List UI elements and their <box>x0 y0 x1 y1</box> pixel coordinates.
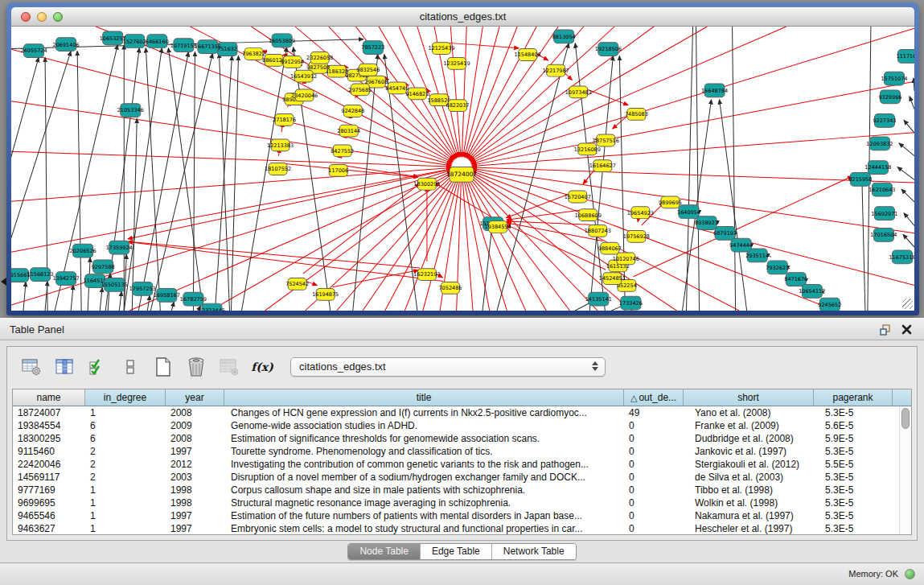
cell-short[interactable]: Stergiakouli et al. (2012) <box>684 458 814 471</box>
citation-edge-black[interactable] <box>862 180 865 311</box>
graph-node[interactable]: 117006 <box>328 165 348 177</box>
cell-in_degree[interactable]: 1 <box>85 484 166 496</box>
function-button[interactable]: f(x) <box>251 356 273 378</box>
column-header-short[interactable]: short <box>684 389 814 406</box>
citation-edge-red[interactable] <box>11 151 451 167</box>
graph-node[interactable]: 2975685 <box>348 84 372 96</box>
scrollbar-thumb[interactable] <box>901 408 910 429</box>
citation-edge-black[interactable] <box>77 51 81 311</box>
node-table[interactable]: namein_degreeyeartitle△out_de...shortpag… <box>12 389 912 535</box>
cell-pagerank[interactable]: 5.9E-5 <box>814 432 893 445</box>
tab-network-table[interactable]: Network Table <box>491 544 576 559</box>
graph-node[interactable]: 9899695 <box>659 196 682 208</box>
citation-edge-black[interactable] <box>899 143 914 156</box>
graph-node[interactable]: 16958167 <box>154 288 180 302</box>
graph-node[interactable]: 18107552 <box>265 163 291 175</box>
citation-edge-black[interactable] <box>904 120 914 133</box>
graph-node[interactable]: 2803144 <box>337 125 360 137</box>
table-row[interactable]: 946362711997Embryonic stem cells: a mode… <box>13 522 899 534</box>
cell-pagerank[interactable]: 5.3E-5 <box>814 406 893 419</box>
cell-year[interactable]: 2008 <box>166 432 224 445</box>
cell-name[interactable]: 14569117 <box>13 471 85 484</box>
citation-edge-red[interactable] <box>11 101 451 166</box>
cell-year[interactable]: 2003 <box>166 471 224 484</box>
column-select-button[interactable] <box>53 356 76 378</box>
column-header-title[interactable]: title <box>224 389 624 406</box>
cell-short[interactable]: Jankovic et al. (1997) <box>684 445 814 458</box>
cell-pagerank[interactable]: 5.3E-5 <box>814 445 893 458</box>
cell-name[interactable]: 9777169 <box>13 484 85 496</box>
zoom-traffic-light[interactable] <box>53 12 63 22</box>
graph-node[interactable]: 17957253 <box>129 282 156 296</box>
graph-node[interactable]: 15720407 <box>565 191 591 203</box>
citation-edge-red[interactable] <box>468 175 570 311</box>
network-window[interactable]: citations_edges.txt 11700675163295225411… <box>6 2 919 315</box>
graph-node[interactable]: 18300295 <box>413 178 440 190</box>
graph-node[interactable]: 9884067 <box>598 242 622 254</box>
cell-short[interactable]: Franke et al. (2009) <box>684 419 814 432</box>
cell-out_degree[interactable]: 0 <box>624 509 684 522</box>
graph-node[interactable]: 1117104 <box>896 50 914 64</box>
citation-edge-red[interactable] <box>507 221 590 225</box>
cell-year[interactable]: 2012 <box>166 458 224 471</box>
cell-short[interactable]: Tibbo et al. (1998) <box>684 484 814 496</box>
citation-edge-black[interactable] <box>23 282 26 311</box>
cell-title[interactable]: Disruption of a novel member of a sodium… <box>224 471 624 484</box>
citation-edge-black[interactable] <box>497 43 569 311</box>
graph-node[interactable]: 16194875 <box>312 288 339 300</box>
cell-pagerank[interactable]: 5.5E-5 <box>814 458 893 471</box>
cell-out_degree[interactable]: 0 <box>624 496 684 509</box>
cell-name[interactable]: 18724007 <box>13 406 85 419</box>
citation-edge-black[interactable] <box>171 302 174 311</box>
graph-node[interactable]: 24055724 <box>20 44 47 58</box>
graph-node[interactable]: 12325419 <box>443 57 470 69</box>
close-traffic-light[interactable] <box>21 12 31 22</box>
graph-node[interactable]: 10719155 <box>170 39 197 52</box>
graph-node[interactable]: 12217987 <box>543 64 569 76</box>
graph-node[interactable]: 7524542 <box>285 278 309 290</box>
cell-out_degree[interactable]: 0 <box>624 445 684 458</box>
cell-title[interactable]: Embryonic stem cells: a model to study s… <box>224 522 624 534</box>
new-table-button[interactable] <box>152 356 175 378</box>
minimize-traffic-light[interactable] <box>37 12 47 22</box>
graph-node[interactable]: 8215958 <box>848 172 872 186</box>
citation-edge-black[interactable] <box>215 56 232 311</box>
cell-out_degree[interactable]: 49 <box>624 406 684 419</box>
citation-edge-black[interactable] <box>914 78 914 91</box>
graph-node[interactable]: 11675318 <box>889 250 914 264</box>
cell-year[interactable]: 2009 <box>166 419 224 432</box>
graph-node[interactable]: 8938923 <box>695 216 718 230</box>
cell-short[interactable]: Nakamura et al. (1997) <box>684 509 814 522</box>
citation-edge-black[interactable] <box>619 56 625 311</box>
graph-node[interactable]: 9297588 <box>92 260 115 274</box>
graph-node[interactable]: 10654112 <box>799 284 825 298</box>
graph-node[interactable]: 10653257 <box>100 31 126 45</box>
column-header-in_degree[interactable]: in_degree <box>85 389 166 406</box>
graph-node[interactable]: 16671355 <box>195 40 221 54</box>
cell-out_degree[interactable]: 0 <box>624 471 684 484</box>
citation-edge-black[interactable] <box>124 48 162 311</box>
cell-in_degree[interactable]: 1 <box>85 522 166 534</box>
graph-node[interactable]: 9242848 <box>341 105 364 117</box>
table-row[interactable]: 1830029562008Estimation of significance … <box>13 432 899 445</box>
citation-edge-red[interactable] <box>471 171 836 311</box>
citation-edge-black[interactable] <box>910 97 914 109</box>
graph-node[interactable]: 20206526 <box>70 244 97 257</box>
graph-node[interactable]: 16210643 <box>869 183 895 196</box>
citation-edge-red[interactable] <box>11 168 451 202</box>
citation-edge-red[interactable] <box>466 176 525 311</box>
cell-year[interactable]: 1997 <box>166 509 224 522</box>
graph-node[interactable]: 21053346 <box>117 104 144 117</box>
cell-name[interactable]: 22420046 <box>13 458 85 471</box>
graph-node[interactable]: 8912954 <box>281 56 304 68</box>
citation-edge-black[interactable] <box>119 291 121 311</box>
table-row[interactable]: 969969511998Structural magnetic resonanc… <box>13 496 899 509</box>
tab-edge-table[interactable]: Edge Table <box>420 544 491 559</box>
table-row[interactable]: 1938455462009Genome-wide association stu… <box>13 419 899 432</box>
citation-edge-red[interactable] <box>449 43 519 47</box>
column-header-pagerank[interactable]: pagerank <box>814 389 893 406</box>
graph-node[interactable]: 18807243 <box>585 225 611 237</box>
cell-in_degree[interactable]: 2 <box>85 445 166 458</box>
graph-node[interactable]: 17359924 <box>106 241 133 254</box>
table-row[interactable]: 1456911722003Disruption of a novel membe… <box>13 471 899 484</box>
